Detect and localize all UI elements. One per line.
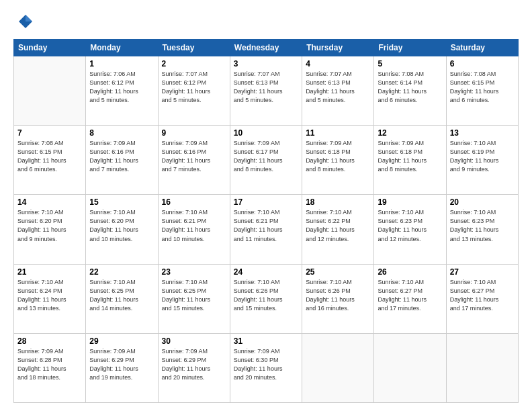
day-number: 12 bbox=[378, 128, 442, 138]
day-cell: 19Sunrise: 7:10 AM Sunset: 6:23 PM Dayli… bbox=[374, 195, 446, 264]
day-info: Sunrise: 7:06 AM Sunset: 6:12 PM Dayligh… bbox=[89, 70, 154, 105]
day-info: Sunrise: 7:09 AM Sunset: 6:30 PM Dayligh… bbox=[234, 347, 298, 382]
day-cell: 26Sunrise: 7:10 AM Sunset: 6:27 PM Dayli… bbox=[374, 264, 446, 333]
header-day-sunday: Sunday bbox=[14, 40, 86, 56]
day-cell: 12Sunrise: 7:09 AM Sunset: 6:18 PM Dayli… bbox=[374, 126, 446, 195]
day-info: Sunrise: 7:07 AM Sunset: 6:13 PM Dayligh… bbox=[234, 70, 298, 105]
calendar-header: SundayMondayTuesdayWednesdayThursdayFrid… bbox=[14, 40, 519, 56]
day-cell bbox=[374, 333, 446, 402]
header-day-saturday: Saturday bbox=[446, 40, 518, 56]
day-cell: 24Sunrise: 7:10 AM Sunset: 6:26 PM Dayli… bbox=[230, 264, 302, 333]
day-number: 20 bbox=[450, 197, 515, 207]
day-number: 22 bbox=[89, 267, 154, 277]
day-number: 4 bbox=[306, 59, 370, 68]
day-number: 17 bbox=[234, 197, 298, 207]
day-number: 25 bbox=[306, 267, 370, 277]
day-number: 9 bbox=[162, 128, 226, 138]
day-cell: 27Sunrise: 7:10 AM Sunset: 6:27 PM Dayli… bbox=[446, 264, 518, 333]
week-row-3: 14Sunrise: 7:10 AM Sunset: 6:20 PM Dayli… bbox=[14, 195, 519, 264]
day-cell: 22Sunrise: 7:10 AM Sunset: 6:25 PM Dayli… bbox=[86, 264, 158, 333]
day-info: Sunrise: 7:09 AM Sunset: 6:28 PM Dayligh… bbox=[17, 347, 82, 382]
day-cell bbox=[446, 333, 518, 402]
header-day-wednesday: Wednesday bbox=[230, 40, 302, 56]
header-day-monday: Monday bbox=[86, 40, 158, 56]
day-cell: 23Sunrise: 7:10 AM Sunset: 6:25 PM Dayli… bbox=[158, 264, 230, 333]
day-info: Sunrise: 7:10 AM Sunset: 6:20 PM Dayligh… bbox=[17, 208, 82, 243]
day-cell: 5Sunrise: 7:08 AM Sunset: 6:14 PM Daylig… bbox=[374, 56, 446, 126]
day-number: 27 bbox=[450, 267, 515, 277]
day-cell: 7Sunrise: 7:08 AM Sunset: 6:15 PM Daylig… bbox=[14, 126, 86, 195]
day-cell: 6Sunrise: 7:08 AM Sunset: 6:15 PM Daylig… bbox=[446, 56, 518, 126]
day-cell bbox=[302, 333, 374, 402]
page: SundayMondayTuesdayWednesdayThursdayFrid… bbox=[0, 0, 532, 411]
day-cell: 8Sunrise: 7:09 AM Sunset: 6:16 PM Daylig… bbox=[86, 126, 158, 195]
day-number: 16 bbox=[162, 197, 226, 207]
day-cell: 1Sunrise: 7:06 AM Sunset: 6:12 PM Daylig… bbox=[86, 56, 158, 126]
day-number: 1 bbox=[89, 59, 154, 68]
day-cell: 15Sunrise: 7:10 AM Sunset: 6:20 PM Dayli… bbox=[86, 195, 158, 264]
day-info: Sunrise: 7:10 AM Sunset: 6:25 PM Dayligh… bbox=[89, 278, 154, 313]
day-number: 15 bbox=[89, 197, 154, 207]
day-number: 31 bbox=[234, 336, 298, 346]
day-number: 13 bbox=[450, 128, 515, 138]
day-cell: 10Sunrise: 7:09 AM Sunset: 6:17 PM Dayli… bbox=[230, 126, 302, 195]
day-cell: 30Sunrise: 7:09 AM Sunset: 6:29 PM Dayli… bbox=[158, 333, 230, 402]
day-info: Sunrise: 7:10 AM Sunset: 6:24 PM Dayligh… bbox=[17, 278, 82, 313]
day-number: 10 bbox=[234, 128, 298, 138]
day-info: Sunrise: 7:09 AM Sunset: 6:17 PM Dayligh… bbox=[234, 139, 298, 174]
week-row-4: 21Sunrise: 7:10 AM Sunset: 6:24 PM Dayli… bbox=[14, 264, 519, 333]
day-info: Sunrise: 7:10 AM Sunset: 6:26 PM Dayligh… bbox=[306, 278, 370, 313]
day-cell: 13Sunrise: 7:10 AM Sunset: 6:19 PM Dayli… bbox=[446, 126, 518, 195]
day-cell: 2Sunrise: 7:07 AM Sunset: 6:12 PM Daylig… bbox=[158, 56, 230, 126]
day-info: Sunrise: 7:10 AM Sunset: 6:23 PM Dayligh… bbox=[378, 208, 442, 243]
day-cell: 4Sunrise: 7:07 AM Sunset: 6:13 PM Daylig… bbox=[302, 56, 374, 126]
day-info: Sunrise: 7:07 AM Sunset: 6:12 PM Dayligh… bbox=[162, 70, 226, 105]
logo bbox=[13, 12, 36, 32]
day-info: Sunrise: 7:10 AM Sunset: 6:20 PM Dayligh… bbox=[89, 208, 154, 243]
day-info: Sunrise: 7:10 AM Sunset: 6:27 PM Dayligh… bbox=[378, 278, 442, 313]
header-day-thursday: Thursday bbox=[302, 40, 374, 56]
day-number: 11 bbox=[306, 128, 370, 138]
day-info: Sunrise: 7:09 AM Sunset: 6:16 PM Dayligh… bbox=[89, 139, 154, 174]
day-info: Sunrise: 7:10 AM Sunset: 6:21 PM Dayligh… bbox=[162, 208, 226, 243]
day-cell bbox=[14, 56, 86, 126]
day-number: 28 bbox=[17, 336, 82, 346]
day-info: Sunrise: 7:09 AM Sunset: 6:18 PM Dayligh… bbox=[378, 139, 442, 174]
day-info: Sunrise: 7:09 AM Sunset: 6:16 PM Dayligh… bbox=[162, 139, 226, 174]
svg-marker-1 bbox=[26, 15, 32, 21]
day-number: 30 bbox=[162, 336, 226, 346]
day-number: 24 bbox=[234, 267, 298, 277]
day-number: 8 bbox=[89, 128, 154, 138]
day-info: Sunrise: 7:10 AM Sunset: 6:25 PM Dayligh… bbox=[162, 278, 226, 313]
logo-icon bbox=[13, 12, 34, 32]
header-day-tuesday: Tuesday bbox=[158, 40, 230, 56]
day-cell: 11Sunrise: 7:09 AM Sunset: 6:18 PM Dayli… bbox=[302, 126, 374, 195]
day-cell: 28Sunrise: 7:09 AM Sunset: 6:28 PM Dayli… bbox=[14, 333, 86, 402]
day-info: Sunrise: 7:09 AM Sunset: 6:29 PM Dayligh… bbox=[162, 347, 226, 382]
day-cell: 17Sunrise: 7:10 AM Sunset: 6:21 PM Dayli… bbox=[230, 195, 302, 264]
day-number: 3 bbox=[234, 59, 298, 68]
day-number: 2 bbox=[162, 59, 226, 68]
day-info: Sunrise: 7:10 AM Sunset: 6:22 PM Dayligh… bbox=[306, 208, 370, 243]
day-cell: 29Sunrise: 7:09 AM Sunset: 6:29 PM Dayli… bbox=[86, 333, 158, 402]
day-number: 19 bbox=[378, 197, 442, 207]
day-info: Sunrise: 7:08 AM Sunset: 6:15 PM Dayligh… bbox=[450, 70, 515, 105]
calendar-body: 1Sunrise: 7:06 AM Sunset: 6:12 PM Daylig… bbox=[14, 56, 519, 403]
day-cell: 20Sunrise: 7:10 AM Sunset: 6:23 PM Dayli… bbox=[446, 195, 518, 264]
day-number: 14 bbox=[17, 197, 82, 207]
day-info: Sunrise: 7:08 AM Sunset: 6:15 PM Dayligh… bbox=[17, 139, 82, 174]
day-cell: 21Sunrise: 7:10 AM Sunset: 6:24 PM Dayli… bbox=[14, 264, 86, 333]
week-row-1: 1Sunrise: 7:06 AM Sunset: 6:12 PM Daylig… bbox=[14, 56, 519, 126]
header-row: SundayMondayTuesdayWednesdayThursdayFrid… bbox=[14, 40, 519, 56]
day-cell: 9Sunrise: 7:09 AM Sunset: 6:16 PM Daylig… bbox=[158, 126, 230, 195]
day-info: Sunrise: 7:10 AM Sunset: 6:27 PM Dayligh… bbox=[450, 278, 515, 313]
day-info: Sunrise: 7:09 AM Sunset: 6:18 PM Dayligh… bbox=[306, 139, 370, 174]
day-number: 18 bbox=[306, 197, 370, 207]
day-info: Sunrise: 7:10 AM Sunset: 6:19 PM Dayligh… bbox=[450, 139, 515, 174]
week-row-2: 7Sunrise: 7:08 AM Sunset: 6:15 PM Daylig… bbox=[14, 126, 519, 195]
day-info: Sunrise: 7:09 AM Sunset: 6:29 PM Dayligh… bbox=[89, 347, 154, 382]
day-number: 21 bbox=[17, 267, 82, 277]
day-cell: 25Sunrise: 7:10 AM Sunset: 6:26 PM Dayli… bbox=[302, 264, 374, 333]
day-cell: 16Sunrise: 7:10 AM Sunset: 6:21 PM Dayli… bbox=[158, 195, 230, 264]
day-number: 23 bbox=[162, 267, 226, 277]
